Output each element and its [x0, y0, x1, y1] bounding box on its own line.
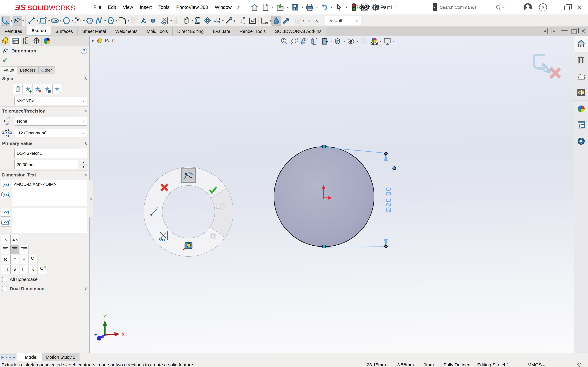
circle-tool-button[interactable] — [62, 16, 71, 26]
undo-button[interactable] — [320, 2, 329, 12]
restore-pane-button[interactable] — [571, 29, 577, 34]
minimize-window-button[interactable]: – — [554, 4, 557, 11]
ellipse-tool-button[interactable] — [106, 16, 116, 26]
tab-evaluate[interactable]: Evaluate — [208, 27, 235, 36]
print-button[interactable] — [305, 2, 314, 12]
delete-style-button[interactable]: ★✖ — [33, 84, 42, 94]
wheel-smart-dimension-button[interactable] — [182, 168, 196, 183]
convert-entities-button[interactable] — [172, 16, 182, 26]
tab-weldments[interactable]: Weldments — [111, 27, 142, 36]
tab-leaders[interactable]: Leaders — [17, 66, 38, 74]
tab-surfaces[interactable]: Surfaces — [51, 27, 78, 36]
spinner-down-button[interactable]: ▼ — [80, 165, 87, 169]
taskpane-design-library-tab[interactable] — [574, 52, 588, 68]
dimension-text-handle[interactable] — [393, 167, 396, 170]
displaymanager-tab[interactable] — [42, 36, 52, 46]
apply-default-style-button[interactable] — [13, 84, 23, 94]
next-pane-button[interactable]: ▶ — [552, 28, 557, 34]
exit-sketch-button[interactable] — [1, 16, 10, 26]
dimension-text-section-header[interactable]: Dimension Text ∧ — [0, 170, 89, 179]
configuration-dropdown[interactable]: Default ∨ — [325, 16, 361, 25]
pattern-dropdown[interactable]: ▾ — [222, 19, 224, 23]
sketch-fillet-button[interactable] — [118, 16, 127, 26]
centerline-symbol-button[interactable]: CL — [29, 255, 38, 264]
precision-dropdown[interactable]: .12 (Document) ∨ — [15, 129, 87, 137]
style-dropdown[interactable]: <NONE> ∨ — [14, 97, 87, 105]
graphics-viewport[interactable]: ▶ Part1... ▾ ▾ ▾ ▾ ▾ — [90, 36, 574, 353]
depth-symbol-button[interactable]: ∨ — [29, 265, 38, 274]
unit-system-selector[interactable]: MMGS ▴ — [527, 362, 545, 367]
plusminus-symbol-button[interactable]: ± — [20, 255, 28, 264]
dual-dimension-checkbox[interactable] — [2, 286, 7, 291]
account-icon[interactable] — [524, 3, 532, 11]
pm-help-icon[interactable]: ? — [81, 48, 87, 54]
save-button[interactable] — [290, 2, 300, 12]
dual-dimension-header[interactable]: Dual Dimension ∨ — [0, 284, 89, 293]
undo-dropdown[interactable]: ▾ — [331, 6, 332, 9]
next-tab-button[interactable]: ▶ — [9, 354, 12, 360]
slot-tool-button[interactable] — [50, 16, 60, 26]
menu-window[interactable]: Window — [215, 5, 232, 10]
shaded-sketch-contours-button[interactable] — [271, 16, 281, 26]
linear-pattern-button[interactable] — [130, 16, 139, 26]
repair-sketch-button[interactable] — [281, 16, 291, 26]
prev-tab-button[interactable]: ◀ — [5, 354, 8, 360]
smart-dimension-button[interactable] — [13, 16, 22, 26]
menu-insert[interactable]: Insert — [140, 5, 152, 10]
primary-value-section-header[interactable]: Primary Value ∧ — [0, 139, 89, 148]
home-button[interactable] — [250, 2, 259, 12]
circle-top-handle[interactable] — [322, 145, 325, 148]
square-symbol-button[interactable] — [1, 265, 10, 274]
new-doc-dropdown[interactable]: ▾ — [272, 6, 274, 9]
pin-menu-icon[interactable] — [235, 4, 242, 10]
slot-dropdown[interactable]: ▾ — [60, 19, 61, 23]
open-button[interactable] — [276, 2, 285, 12]
tab-sheet-metal[interactable]: Sheet Metal — [78, 27, 111, 36]
dimension-name-field[interactable]: D1@Sketch1 — [14, 149, 87, 158]
justify-right-button[interactable] — [20, 245, 28, 254]
spinner-up-button[interactable]: ▲ — [80, 160, 87, 165]
justify-left-button[interactable] — [1, 245, 10, 254]
taskpane-forum-tab[interactable]: Yr3Di²V.R — [574, 133, 588, 149]
save-style-button[interactable]: ★▣ — [43, 84, 52, 94]
motion-study-tab[interactable]: Motion Study 1 — [42, 353, 79, 361]
close-window-button[interactable]: ✕ — [577, 4, 582, 11]
inspection-dimension-button[interactable]: (xx) — [1, 190, 10, 199]
sketch-circle[interactable] — [274, 147, 374, 247]
all-uppercase-checkbox[interactable] — [2, 277, 7, 282]
sketch-picture-button[interactable] — [248, 16, 257, 26]
add-parenthesis-button-2[interactable]: (xx) — [1, 208, 10, 217]
style-section-header[interactable]: Style ∧ — [0, 74, 89, 83]
dimension-value-text[interactable]: Ø20.00 — [384, 187, 392, 213]
polygon-tool-button[interactable] — [85, 16, 95, 26]
quick-snaps-button[interactable] — [293, 16, 303, 26]
trim-dropdown[interactable]: ▾ — [170, 19, 172, 23]
last-tab-button[interactable]: ▶| — [13, 354, 16, 360]
menu-view[interactable]: View — [123, 5, 133, 10]
menu-tools[interactable]: Tools — [158, 5, 169, 10]
menu-edit[interactable]: Edit — [108, 5, 116, 10]
load-style-button[interactable]: ★↓ — [52, 84, 62, 94]
panel-flyout-handle[interactable] — [89, 180, 93, 217]
tag-icon[interactable] — [577, 362, 582, 367]
cancel-sketch-icon[interactable] — [551, 68, 560, 78]
save-dropdown[interactable]: ▾ — [302, 6, 303, 9]
open-dropdown[interactable]: ▾ — [287, 6, 288, 9]
minimize-pane-button[interactable]: — — [561, 27, 568, 33]
arc-dropdown[interactable]: ▾ — [83, 19, 85, 23]
first-tab-button[interactable]: |◀ — [1, 354, 4, 360]
ok-check-icon[interactable]: ✔ — [2, 56, 8, 64]
quick-snaps-dropdown[interactable]: ▾ — [303, 19, 304, 23]
degree-symbol-button[interactable]: ° — [10, 255, 19, 264]
configurationmanager-tab[interactable] — [21, 36, 31, 46]
search-input[interactable] — [438, 5, 495, 10]
taskpane-view-palette-tab[interactable] — [574, 84, 588, 101]
tab-other[interactable]: Other — [38, 66, 55, 74]
select-dropdown[interactable]: ▾ — [346, 6, 347, 9]
display-relations-button[interactable] — [260, 16, 269, 26]
add-parenthesis-button[interactable]: (xx) — [1, 180, 10, 189]
exit-sketch-dropdown[interactable]: ▾ — [11, 19, 12, 23]
rectangle-tool-button[interactable] — [38, 16, 48, 26]
tolerance-section-header[interactable]: Tolerance/Precision ∧ — [0, 106, 89, 115]
toolbar-collapse[interactable]: ∧ — [315, 18, 318, 23]
